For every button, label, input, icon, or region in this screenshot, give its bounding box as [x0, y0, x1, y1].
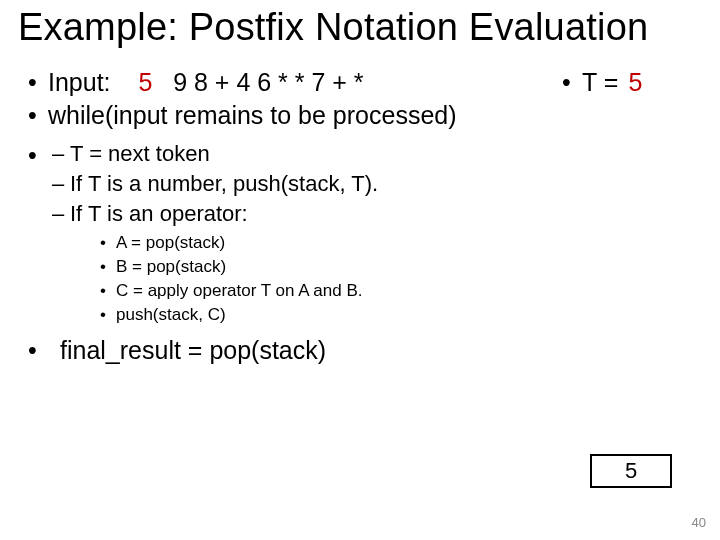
step-apply: C = apply operator T on A and B. [100, 280, 702, 303]
bullet-list-left: Input: 5 9 8 + 4 6 * * 7 + * while(input… [18, 67, 544, 134]
bullet-while: while(input remains to be processed) [28, 100, 544, 131]
sub-if-operator: If T is an operator: A = pop(stack) B = … [52, 200, 702, 327]
input-row: Input: 5 9 8 + 4 6 * * 7 + * while(input… [18, 67, 702, 134]
step-b-pop: B = pop(stack) [100, 256, 702, 279]
operator-steps: A = pop(stack) B = pop(stack) C = apply … [70, 232, 702, 327]
algo-wrapper: T = next token If T is a number, push(st… [18, 140, 702, 366]
slide: Example: Postfix Notation Evaluation Inp… [0, 0, 720, 540]
step-a-pop: A = pop(stack) [100, 232, 702, 255]
t-label: T = [582, 67, 618, 98]
sub-next-token: T = next token [52, 140, 702, 168]
stack-box: 5 [590, 454, 672, 488]
bullet-list-right: T = 5 [562, 67, 702, 100]
bullet-input: Input: 5 9 8 + 4 6 * * 7 + * [28, 67, 544, 98]
page-number: 40 [692, 515, 706, 530]
input-current-token: 5 [138, 68, 152, 96]
input-label: Input: [48, 68, 111, 96]
stack-top-value: 5 [625, 458, 637, 484]
bullet-t: T = 5 [562, 67, 702, 98]
step-push: push(stack, C) [100, 304, 702, 327]
input-remaining: 9 8 + 4 6 * * 7 + * [173, 68, 363, 96]
sub-if-number: If T is a number, push(stack, T). [52, 170, 702, 198]
t-value: 5 [628, 67, 642, 98]
final-result-text: final_result = pop(stack) [60, 336, 326, 364]
bullet-final: final_result = pop(stack) [28, 335, 702, 366]
slide-title: Example: Postfix Notation Evaluation [18, 6, 702, 49]
sub-if-operator-text: If T is an operator: [70, 201, 248, 226]
algo-sublist: T = next token If T is a number, push(st… [28, 140, 702, 327]
